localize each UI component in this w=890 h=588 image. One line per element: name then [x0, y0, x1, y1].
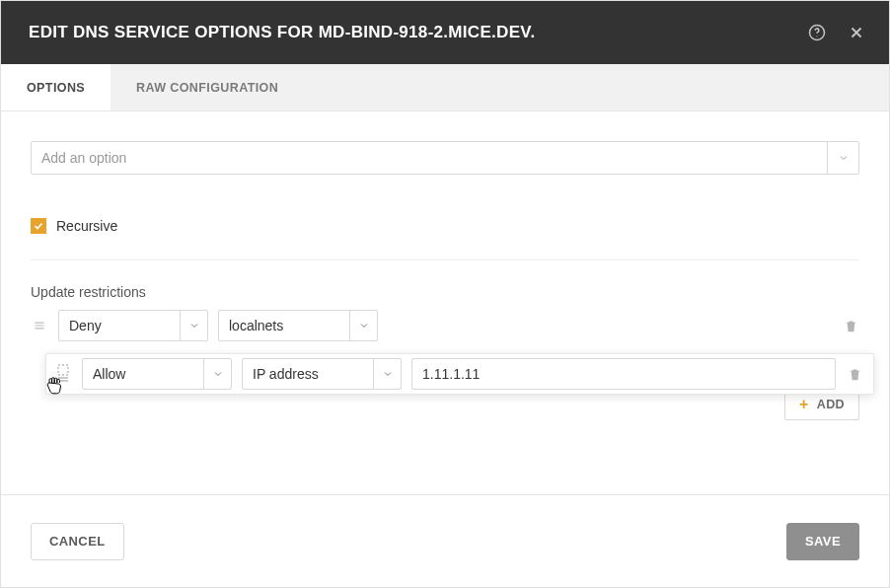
tab-raw-configuration[interactable]: RAW CONFIGURATION [111, 64, 304, 110]
svg-point-1 [816, 36, 817, 37]
delete-row-icon[interactable] [846, 367, 863, 382]
policy-select-value: Deny [59, 318, 180, 333]
help-icon[interactable] [806, 22, 828, 43]
recursive-label: Recursive [56, 218, 117, 234]
content-area: Recursive Update restrictions Deny local… [1, 111, 889, 494]
match-type-select-value: IP address [243, 366, 373, 382]
match-type-select-value: localnets [219, 318, 349, 333]
update-restrictions-block: Update restrictions Deny localnets [31, 284, 859, 420]
dialog-footer: CANCEL SAVE [1, 494, 889, 587]
policy-select[interactable]: Allow [82, 358, 232, 390]
plus-icon: + [799, 397, 809, 412]
match-type-select[interactable]: localnets [218, 310, 378, 341]
chevron-down-icon[interactable] [203, 359, 231, 389]
save-button[interactable]: SAVE [786, 523, 859, 560]
header-actions [806, 22, 867, 43]
policy-select-value: Allow [83, 366, 203, 382]
add-button-label: ADD [817, 398, 845, 411]
cancel-button[interactable]: CANCEL [31, 523, 124, 560]
update-restrictions-label: Update restrictions [31, 284, 859, 300]
add-option-select[interactable] [31, 141, 859, 175]
policy-select[interactable]: Deny [58, 310, 208, 341]
chevron-down-icon[interactable] [827, 142, 858, 174]
restriction-row-dragging[interactable]: Allow IP address [45, 353, 874, 395]
tab-options[interactable]: OPTIONS [1, 64, 111, 110]
delete-row-icon[interactable] [842, 319, 859, 333]
chevron-down-icon[interactable] [373, 359, 401, 389]
chevron-down-icon[interactable] [180, 311, 207, 340]
recursive-checkbox[interactable] [31, 218, 46, 234]
ip-address-input[interactable] [411, 358, 836, 390]
add-option-input[interactable] [32, 142, 827, 174]
drag-handle-icon[interactable] [31, 319, 48, 332]
chevron-down-icon[interactable] [349, 311, 377, 340]
match-type-select[interactable]: IP address [242, 358, 402, 390]
tabs: OPTIONS RAW CONFIGURATION [1, 64, 889, 111]
grab-cursor-icon [44, 374, 64, 400]
restriction-row: Deny localnets [31, 310, 859, 341]
svg-point-0 [810, 26, 825, 40]
recursive-option-row: Recursive [31, 218, 859, 260]
dialog-title: EDIT DNS SERVICE OPTIONS FOR MD-BIND-918… [29, 23, 535, 42]
dialog-header: EDIT DNS SERVICE OPTIONS FOR MD-BIND-918… [1, 1, 889, 64]
close-icon[interactable] [846, 22, 867, 43]
